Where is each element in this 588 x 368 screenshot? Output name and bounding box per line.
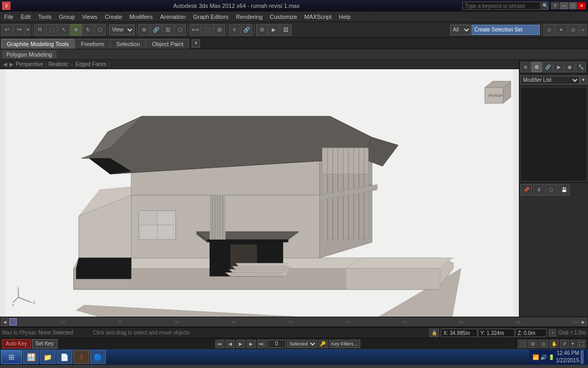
undo-icon[interactable]: ↩ xyxy=(1,24,13,36)
minimize-button[interactable]: – xyxy=(560,2,568,9)
nav-back-icon[interactable]: ◀ xyxy=(3,61,7,67)
pin-stack-icon[interactable]: 📌 xyxy=(520,184,532,196)
auto-key-button[interactable]: Auto Key xyxy=(2,339,31,349)
timeline-right-arrow[interactable]: ▶ xyxy=(580,318,587,326)
tab-graphite-modeling-tools[interactable]: Graphite Modeling Tools xyxy=(1,39,74,49)
motion-panel-icon[interactable]: ▶ xyxy=(553,62,564,72)
arc-rotate-button[interactable]: ↺ xyxy=(560,340,569,348)
menu-group[interactable]: Group xyxy=(56,13,78,21)
go-to-start-button[interactable]: ⏮ xyxy=(215,340,225,348)
isolate-sel-icon[interactable]: ◎ xyxy=(568,24,579,36)
tray-network-icon[interactable]: 📶 xyxy=(532,354,539,360)
tab-object-paint[interactable]: Object Paint xyxy=(146,39,189,49)
key-icon[interactable]: 🔑 xyxy=(318,340,328,348)
timeline-left-arrow[interactable]: ◀ xyxy=(1,318,8,326)
unlink-icon[interactable]: ⛓ xyxy=(162,24,174,36)
arc-rotate-dropdown-icon[interactable]: ▼ xyxy=(570,340,575,348)
menu-help[interactable]: Help xyxy=(336,13,354,21)
create-panel-icon[interactable]: ⊕ xyxy=(520,62,531,72)
utilities-panel-icon[interactable]: 🔧 xyxy=(575,62,586,72)
viewport-shading-label[interactable]: Realistic xyxy=(49,61,69,67)
prev-frame-button[interactable]: ◀ xyxy=(226,340,235,348)
menu-edit[interactable]: Edit xyxy=(18,13,34,21)
menu-file[interactable]: File xyxy=(1,13,17,21)
open-schematic-icon[interactable]: 🔗 xyxy=(241,24,252,36)
filter-all-select[interactable]: All xyxy=(450,25,471,35)
rect-select-icon[interactable]: ⬚ xyxy=(46,24,58,36)
bind-icon[interactable]: ⬡ xyxy=(174,24,186,36)
lock-icon[interactable]: 🔒 xyxy=(429,329,439,337)
key-filters-button[interactable]: Key Filters... xyxy=(329,340,360,348)
modifier-list-select[interactable]: Modifier List xyxy=(520,76,580,84)
start-button[interactable]: ⊞ xyxy=(1,350,22,364)
tab-freeform[interactable]: Freeform xyxy=(75,39,110,49)
modify-panel-icon[interactable]: ⚙ xyxy=(531,62,542,72)
pan-view-button[interactable]: ✋ xyxy=(549,340,559,348)
link-icon[interactable]: 🔗 xyxy=(150,24,162,36)
select-by-name-icon[interactable]: H xyxy=(34,24,46,36)
scale-icon[interactable]: ⬡ xyxy=(94,24,106,36)
menu-graph-editors[interactable]: Graph Editors xyxy=(190,13,232,21)
viewport-perspective-label[interactable]: Perspective xyxy=(16,61,43,67)
taskbar-app-extra[interactable]: 🔵 xyxy=(90,350,106,364)
next-frame-button[interactable]: ▶ xyxy=(247,340,256,348)
render-viewport-icon[interactable]: 🖼 xyxy=(280,24,292,36)
menu-customize[interactable]: Customize xyxy=(267,13,300,21)
close-button[interactable]: ✕ xyxy=(578,2,586,9)
mirror-icon[interactable]: ⟺ xyxy=(190,24,201,36)
key-mode-select[interactable]: Selected xyxy=(287,340,317,348)
maximize-viewport-button[interactable]: ⛶ xyxy=(576,340,586,348)
viewcube[interactable]: PERSP xyxy=(477,77,511,111)
named-sel-icon[interactable]: ⊙ xyxy=(543,24,555,36)
sub-tab-polygon-modeling[interactable]: Polygon Modeling xyxy=(2,50,57,59)
viewport-edged-faces-label[interactable]: Edged Faces xyxy=(75,61,106,67)
tab-selection[interactable]: Selection xyxy=(110,39,146,49)
align-icon[interactable]: ⬛ xyxy=(202,24,213,36)
current-frame-input[interactable] xyxy=(268,340,286,348)
set-key-button[interactable]: Set Key xyxy=(32,339,58,349)
maximize-button[interactable]: □ xyxy=(569,2,577,9)
remove-modifier-icon[interactable]: 💾 xyxy=(558,184,570,196)
zoom-extents-button[interactable]: ⬚ xyxy=(518,340,527,348)
modifier-stack[interactable] xyxy=(520,87,587,181)
field-of-view-button[interactable]: ◎ xyxy=(539,340,548,348)
taskbar-clock[interactable]: 12:46 PM 1/22/2015 xyxy=(556,350,580,364)
taskbar-app-doc[interactable]: 📄 xyxy=(57,350,72,364)
menu-views[interactable]: Views xyxy=(79,13,101,21)
array-icon[interactable]: ⊞ xyxy=(214,24,225,36)
search-input[interactable] xyxy=(462,2,541,10)
select-icon[interactable]: ↖ xyxy=(58,24,70,36)
tray-sound-icon[interactable]: 🔊 xyxy=(540,354,547,360)
named-layers-icon[interactable]: ≡ xyxy=(229,24,240,36)
menu-maxscript[interactable]: MAXScript xyxy=(301,13,335,21)
hierarchy-panel-icon[interactable]: 🔗 xyxy=(542,62,553,72)
pivot-icon[interactable]: ⊕ xyxy=(138,24,150,36)
select-move-icon[interactable]: ✛ xyxy=(70,24,82,36)
tray-battery-icon[interactable]: 🔋 xyxy=(548,354,554,360)
menu-animation[interactable]: Animation xyxy=(157,13,189,21)
undo-dropdown-icon[interactable]: ▼ xyxy=(25,24,30,36)
help-icon[interactable]: ? xyxy=(551,2,559,9)
search-icon[interactable]: 🔍 xyxy=(541,2,549,10)
menu-tools[interactable]: Tools xyxy=(35,13,55,21)
add-time-tag-icon[interactable]: + xyxy=(549,329,556,337)
taskbar-app-3dsmax[interactable]: 3 xyxy=(73,350,89,364)
menu-modifiers[interactable]: Modifiers xyxy=(126,13,156,21)
modifier-list-arrow[interactable]: ▼ xyxy=(580,76,587,84)
taskbar-app-explorer[interactable]: 🪟 xyxy=(23,350,39,364)
go-to-end-button[interactable]: ⏭ xyxy=(257,340,267,348)
ribbon-extra-icon[interactable]: ▼ xyxy=(192,39,200,48)
nav-fwd-icon[interactable]: ▶ xyxy=(9,61,14,67)
tray-show-desktop-icon[interactable] xyxy=(581,350,584,364)
display-panel-icon[interactable]: ◉ xyxy=(564,62,575,72)
select-similar-icon[interactable]: ✦ xyxy=(556,24,567,36)
timeline-slider[interactable]: 0 10 20 30 40 50 60 70 80 90 100 xyxy=(9,318,579,326)
more-tools-icon[interactable]: » xyxy=(580,24,587,36)
viewport[interactable]: X Z Y PERSP xyxy=(0,69,519,317)
timeline-thumb[interactable] xyxy=(9,318,17,326)
taskbar-app-folder[interactable]: 📁 xyxy=(40,350,56,364)
redo-icon[interactable]: ↪ xyxy=(13,24,25,36)
selection-set-input[interactable] xyxy=(472,25,540,35)
make-unique-icon[interactable]: ⬡ xyxy=(546,184,557,196)
zoom-extents-all-button[interactable]: ⊞ xyxy=(528,340,538,348)
